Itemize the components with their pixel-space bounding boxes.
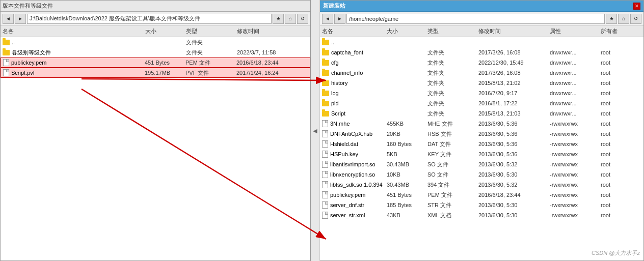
file-icon bbox=[322, 181, 328, 188]
close-button[interactable]: ✕ bbox=[633, 3, 640, 10]
file-name: .. bbox=[12, 39, 15, 45]
folder-icon bbox=[3, 40, 10, 45]
right-col-name[interactable]: 名各 bbox=[322, 27, 387, 35]
left-path-box[interactable]: J:\BaiduNetdiskDownload\2022 服务端架设工具\版本文… bbox=[27, 14, 272, 24]
right-row-log[interactable]: log 文件夹2016/7/20, 9:17drwxrwxr...root bbox=[320, 88, 643, 98]
folder-icon bbox=[322, 60, 329, 66]
right-forward-button[interactable]: ► bbox=[334, 14, 345, 24]
bookmark-button[interactable]: ★ bbox=[273, 14, 284, 24]
file-name: libantisvrimport.so bbox=[330, 161, 375, 167]
file-icon bbox=[322, 130, 328, 137]
right-row-libtss[interactable]: libtss_sdk.so.1.0.394 30.43MB394 文件2013/… bbox=[320, 180, 643, 190]
file-icon bbox=[3, 69, 9, 76]
file-name: libnxencryption.so bbox=[330, 171, 375, 178]
forward-button[interactable]: ► bbox=[15, 14, 26, 24]
file-icon bbox=[322, 201, 328, 209]
file-name: 3N.mhe bbox=[330, 121, 350, 127]
right-row-dnfanti[interactable]: DNFAntiCpX.hsb 20KBHSB 文件2013/6/30, 5:36… bbox=[320, 129, 643, 139]
left-row-folder1[interactable]: 各级别等级文件 文件夹 2022/3/7, 11:58 bbox=[1, 47, 310, 57]
left-title-bar: 版本文件和等级文件 bbox=[1, 1, 310, 12]
left-row-script[interactable]: Script.pvf 195.17MB PVF 文件 2017/1/24, 16… bbox=[1, 68, 310, 78]
file-name: captcha_font bbox=[331, 49, 363, 55]
right-toolbar: ◄ ► /home/neople/game ★ ⌂ ↺ bbox=[320, 12, 643, 26]
left-row-parent[interactable]: .. 文件夹 bbox=[1, 37, 310, 47]
right-row-pid[interactable]: pid 文件夹2016/8/1, 17:22drwxrwxr...root bbox=[320, 98, 643, 108]
right-row-server-str[interactable]: server_str.xml 43KBXML 文档2013/6/30, 5:30… bbox=[320, 210, 643, 220]
right-bookmark-button[interactable]: ★ bbox=[606, 14, 617, 24]
file-icon bbox=[322, 140, 328, 148]
file-icon bbox=[322, 191, 328, 198]
file-icon bbox=[322, 161, 328, 168]
folder-icon bbox=[322, 80, 329, 86]
left-title: 版本文件和等级文件 bbox=[3, 2, 53, 10]
right-row-parent[interactable]: .. bbox=[320, 37, 643, 47]
collapse-left-button[interactable]: ◄ bbox=[312, 127, 319, 135]
folder-icon bbox=[322, 91, 329, 96]
right-col-size[interactable]: 大小 bbox=[387, 27, 427, 35]
col-size[interactable]: 大小 bbox=[145, 27, 186, 35]
folder-icon bbox=[322, 111, 329, 117]
file-name: Hshield.dat bbox=[330, 141, 358, 147]
file-name: pid bbox=[331, 100, 339, 106]
right-row-libantis[interactable]: libantisvrimport.so 30.43MBSO 文件2013/6/3… bbox=[320, 159, 643, 169]
right-row-libnx[interactable]: libnxencryption.so 10KBSO 文件2013/6/30, 5… bbox=[320, 169, 643, 180]
file-name: .. bbox=[331, 39, 334, 45]
right-row-script-folder[interactable]: Script 文件夹2015/8/13, 21:03drwxrwxr...roo… bbox=[320, 108, 643, 119]
file-name: DNFAntiCpX.hsb bbox=[330, 131, 372, 137]
right-row-cfg[interactable]: cfg 文件夹2022/12/30, 15:49drwxrwxr...root bbox=[320, 57, 643, 68]
right-col-attrs[interactable]: 属性 bbox=[550, 27, 601, 35]
folder-icon bbox=[322, 70, 329, 76]
right-toolbar-icons: ★ ⌂ ↺ bbox=[606, 14, 641, 24]
right-row-3nmhe[interactable]: 3N.mhe 455KBMHE 文件2013/6/30, 5:36-rwxrwx… bbox=[320, 119, 643, 129]
right-row-captcha-font[interactable]: captcha_font 文件夹2017/3/26, 16:08drwxrwxr… bbox=[320, 47, 643, 57]
file-name: libtss_sdk.so.1.0.394 bbox=[330, 182, 383, 188]
right-refresh-button[interactable]: ↺ bbox=[630, 14, 641, 24]
right-row-hshield[interactable]: Hshield.dat 160 BytesDAT 文件2013/6/30, 5:… bbox=[320, 139, 643, 149]
left-collapse-area: ◄ bbox=[311, 0, 320, 261]
right-col-owner[interactable]: 所有者 bbox=[601, 27, 641, 35]
file-icon bbox=[322, 151, 328, 158]
file-name: publickey.pem bbox=[330, 192, 366, 198]
right-home-button[interactable]: ⌂ bbox=[618, 14, 629, 24]
file-name: channel_info bbox=[331, 70, 363, 76]
right-row-history[interactable]: history 文件夹2015/8/13, 21:02drwxrwxr...ro… bbox=[320, 78, 643, 88]
back-button[interactable]: ◄ bbox=[3, 14, 14, 24]
right-title-bar: 新建装站 ✕ bbox=[320, 1, 643, 12]
right-row-hspub[interactable]: HSPub.key 5KBKEY 文件2013/6/30, 5:36-rwxrw… bbox=[320, 149, 643, 159]
folder-icon bbox=[322, 50, 329, 55]
file-name: Script bbox=[331, 110, 345, 117]
file-name: HSPub.key bbox=[330, 151, 358, 157]
file-icon bbox=[322, 171, 328, 178]
file-icon bbox=[322, 120, 328, 127]
file-name: Script.pvf bbox=[11, 70, 35, 76]
file-name: server_dnf.str bbox=[330, 202, 364, 208]
left-toolbar-icons: ★ ⌂ ↺ bbox=[273, 14, 308, 24]
home-button[interactable]: ⌂ bbox=[285, 14, 296, 24]
refresh-button[interactable]: ↺ bbox=[297, 14, 308, 24]
right-file-list: .. captcha_font 文件夹2017/3/26, 16:08drwxr… bbox=[320, 37, 643, 260]
right-back-button[interactable]: ◄ bbox=[322, 14, 333, 24]
left-header: 名各 大小 类型 修改时间 bbox=[1, 26, 310, 37]
left-row-publickey[interactable]: publickey.pem 451 Bytes PEM 文件 2016/6/18… bbox=[1, 57, 310, 68]
right-panel: 新建装站 ✕ ◄ ► /home/neople/game ★ ⌂ ↺ 名各 大小… bbox=[320, 0, 644, 261]
watermark: CSDN @大力水手z bbox=[592, 249, 640, 257]
folder-icon bbox=[3, 50, 10, 55]
file-name: cfg bbox=[331, 60, 339, 66]
right-path-box[interactable]: /home/neople/game bbox=[346, 14, 605, 24]
file-name: history bbox=[331, 80, 347, 86]
col-name[interactable]: 名各 bbox=[3, 27, 145, 35]
folder-icon bbox=[322, 40, 329, 45]
right-row-server-dnf[interactable]: server_dnf.str 185 BytesSTR 文件2013/6/30,… bbox=[320, 200, 643, 210]
file-icon bbox=[3, 59, 9, 66]
file-name: publickey.pem bbox=[11, 60, 47, 66]
right-title: 新建装站 bbox=[323, 2, 345, 10]
left-panel: 版本文件和等级文件 ◄ ► J:\BaiduNetdiskDownload\20… bbox=[0, 0, 311, 261]
right-col-type[interactable]: 类型 bbox=[427, 27, 478, 35]
right-col-modified[interactable]: 修改时间 bbox=[478, 27, 550, 35]
left-file-list: .. 文件夹 各级别等级文件 文件夹 2022/3/7, 11:58 bbox=[1, 37, 310, 260]
col-modified[interactable]: 修改时间 bbox=[237, 27, 308, 35]
file-name: log bbox=[331, 90, 339, 96]
col-type[interactable]: 类型 bbox=[186, 27, 237, 35]
right-row-publickey[interactable]: publickey.pem 451 BytesPEM 文件2016/6/18, … bbox=[320, 190, 643, 200]
right-row-channel-info[interactable]: channel_info 文件夹2017/3/26, 16:08drwxrwxr… bbox=[320, 68, 643, 78]
